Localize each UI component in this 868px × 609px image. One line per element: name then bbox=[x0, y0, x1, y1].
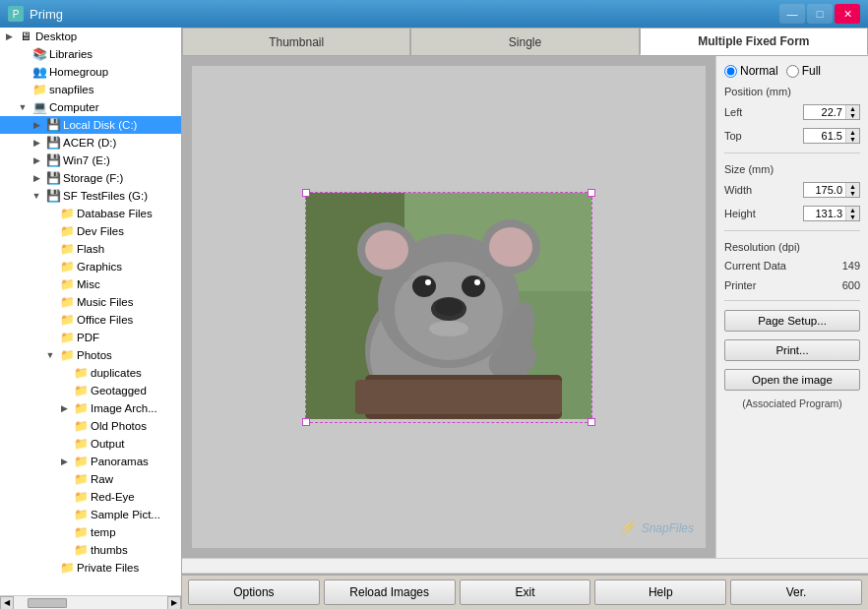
tree-scroll[interactable]: ▶ 🖥 Desktop 📚 Libraries 👥 Homegroup 📁 sn… bbox=[0, 28, 181, 595]
expand-btn-privateFiles[interactable] bbox=[43, 561, 57, 575]
width-spin-up[interactable]: ▲ bbox=[846, 183, 859, 190]
scroll-right-arrow[interactable]: ▶ bbox=[167, 596, 181, 610]
expand-btn-acerD[interactable]: ▶ bbox=[30, 136, 43, 150]
tree-item-samplePict[interactable]: 📁 Sample Pict... bbox=[0, 506, 181, 523]
tree-item-snapfiles[interactable]: 📁 snapfiles bbox=[0, 81, 181, 98]
tree-item-flash[interactable]: 📁 Flash bbox=[0, 240, 181, 258]
expand-btn-misc[interactable] bbox=[43, 277, 57, 291]
expand-btn-libraries[interactable] bbox=[16, 47, 30, 61]
print-button[interactable]: Print... bbox=[724, 339, 860, 361]
expand-btn-desktop[interactable]: ▶ bbox=[2, 30, 16, 43]
ver-button[interactable]: Ver. bbox=[730, 579, 862, 605]
expand-btn-geotagged[interactable] bbox=[57, 384, 71, 397]
tree-item-databaseFiles[interactable]: 📁 Database Files bbox=[0, 205, 181, 222]
corner-handle-bl[interactable] bbox=[302, 418, 310, 426]
tree-item-panoramas[interactable]: ▶ 📁 Panoramas bbox=[0, 453, 181, 470]
tree-item-geotagged[interactable]: 📁 Geotagged bbox=[0, 382, 181, 399]
page-setup-button[interactable]: Page Setup... bbox=[724, 310, 860, 332]
scroll-left-arrow[interactable]: ◀ bbox=[0, 596, 14, 610]
expand-btn-output[interactable] bbox=[57, 437, 71, 451]
width-spin-down[interactable]: ▼ bbox=[846, 190, 859, 197]
expand-btn-thumbs[interactable] bbox=[57, 543, 71, 557]
top-spin-down[interactable]: ▼ bbox=[846, 136, 859, 143]
tree-item-photos[interactable]: ▼ 📁 Photos bbox=[0, 346, 181, 364]
tree-item-homegroup[interactable]: 👥 Homegroup bbox=[0, 63, 181, 81]
open-image-button[interactable]: Open the image bbox=[724, 369, 860, 391]
tree-item-duplicates[interactable]: 📁 duplicates bbox=[0, 364, 181, 382]
expand-btn-sfTestG[interactable]: ▼ bbox=[30, 189, 43, 203]
tree-item-officeFiles[interactable]: 📁 Office Files bbox=[0, 311, 181, 329]
expand-btn-photos[interactable]: ▼ bbox=[43, 348, 57, 362]
expand-btn-panoramas[interactable]: ▶ bbox=[57, 455, 71, 468]
tree-item-redEye[interactable]: 📁 Red-Eye bbox=[0, 488, 181, 506]
tree-item-desktop[interactable]: ▶ 🖥 Desktop bbox=[0, 28, 181, 45]
tree-item-devFiles[interactable]: 📁 Dev Files bbox=[0, 222, 181, 240]
expand-btn-graphics[interactable] bbox=[43, 260, 57, 274]
tree-item-storageF[interactable]: ▶ 💾 Storage (F:) bbox=[0, 169, 181, 187]
expand-btn-officeFiles[interactable] bbox=[43, 313, 57, 327]
maximize-button[interactable]: □ bbox=[807, 4, 833, 24]
tree-item-graphics[interactable]: 📁 Graphics bbox=[0, 258, 181, 275]
left-spin-up[interactable]: ▲ bbox=[846, 105, 859, 112]
tree-item-localDiskC[interactable]: ▶ 💾 Local Disk (C:) bbox=[0, 116, 181, 134]
expand-btn-devFiles[interactable] bbox=[43, 224, 57, 238]
reload-images-button[interactable]: Reload Images bbox=[324, 579, 456, 605]
expand-btn-samplePict[interactable] bbox=[57, 508, 71, 521]
tree-item-imageArch[interactable]: ▶ 📁 Image Arch... bbox=[0, 399, 181, 417]
tree-item-libraries[interactable]: 📚 Libraries bbox=[0, 45, 181, 63]
corner-handle-tl[interactable] bbox=[302, 189, 310, 197]
scroll-track[interactable] bbox=[14, 596, 167, 610]
scroll-thumb[interactable] bbox=[28, 598, 67, 608]
top-spin-up[interactable]: ▲ bbox=[846, 129, 859, 136]
normal-radio[interactable] bbox=[724, 65, 737, 78]
expand-btn-oldPhotos[interactable] bbox=[57, 419, 71, 433]
tree-item-temp[interactable]: 📁 temp bbox=[0, 523, 181, 541]
width-input[interactable] bbox=[804, 183, 845, 197]
height-spin-up[interactable]: ▲ bbox=[846, 207, 859, 213]
tree-item-privateFiles[interactable]: 📁 Private Files bbox=[0, 559, 181, 577]
expand-btn-musicFiles[interactable] bbox=[43, 295, 57, 309]
expand-btn-homegroup[interactable] bbox=[16, 65, 30, 79]
tree-item-thumbs[interactable]: 📁 thumbs bbox=[0, 541, 181, 559]
tree-item-pdf[interactable]: 📁 PDF bbox=[0, 329, 181, 346]
expand-btn-duplicates[interactable] bbox=[57, 366, 71, 380]
tree-item-oldPhotos[interactable]: 📁 Old Photos bbox=[0, 417, 181, 435]
options-button[interactable]: Options bbox=[188, 579, 320, 605]
expand-btn-pdf[interactable] bbox=[43, 331, 57, 344]
corner-handle-br[interactable] bbox=[588, 418, 595, 426]
tree-item-sfTestG[interactable]: ▼ 💾 SF TestFiles (G:) bbox=[0, 187, 181, 205]
exit-button[interactable]: Exit bbox=[460, 579, 591, 605]
horizontal-scrollbar[interactable]: ◀ ▶ bbox=[0, 595, 181, 609]
corner-handle-tr[interactable] bbox=[588, 189, 595, 197]
tree-item-misc[interactable]: 📁 Misc bbox=[0, 275, 181, 293]
tree-item-musicFiles[interactable]: 📁 Music Files bbox=[0, 293, 181, 311]
normal-radio-item[interactable]: Normal bbox=[724, 64, 778, 78]
help-button[interactable]: Help bbox=[594, 579, 726, 605]
expand-btn-redEye[interactable] bbox=[57, 490, 71, 504]
expand-btn-imageArch[interactable]: ▶ bbox=[57, 401, 71, 415]
tree-item-acerD[interactable]: ▶ 💾 ACER (D:) bbox=[0, 134, 181, 152]
expand-btn-snapfiles[interactable] bbox=[16, 83, 30, 96]
tab-thumbnail[interactable]: Thumbnail bbox=[182, 28, 410, 55]
expand-btn-localDiskC[interactable]: ▶ bbox=[30, 118, 43, 132]
top-input[interactable] bbox=[804, 129, 845, 143]
left-input[interactable] bbox=[804, 105, 845, 119]
expand-btn-storageF[interactable]: ▶ bbox=[30, 171, 43, 185]
tree-item-output[interactable]: 📁 Output bbox=[0, 435, 181, 453]
tree-item-win7E[interactable]: ▶ 💾 Win7 (E:) bbox=[0, 152, 181, 169]
expand-btn-computer[interactable]: ▼ bbox=[16, 100, 30, 114]
tree-item-raw[interactable]: 📁 Raw bbox=[0, 470, 181, 488]
tab-multiple-fixed[interactable]: Multiple Fixed Form bbox=[640, 28, 868, 55]
tab-single[interactable]: Single bbox=[410, 28, 639, 55]
tree-item-computer[interactable]: ▼ 💻 Computer bbox=[0, 98, 181, 116]
expand-btn-raw[interactable] bbox=[57, 472, 71, 486]
height-input[interactable] bbox=[804, 207, 845, 220]
expand-btn-temp[interactable] bbox=[57, 525, 71, 539]
height-spin-down[interactable]: ▼ bbox=[846, 213, 859, 220]
expand-btn-flash[interactable] bbox=[43, 242, 57, 256]
full-radio-item[interactable]: Full bbox=[786, 64, 821, 78]
left-spin-down[interactable]: ▼ bbox=[846, 112, 859, 119]
close-button[interactable]: ✕ bbox=[835, 4, 860, 24]
full-radio[interactable] bbox=[786, 65, 799, 78]
minimize-button[interactable]: — bbox=[779, 4, 805, 24]
